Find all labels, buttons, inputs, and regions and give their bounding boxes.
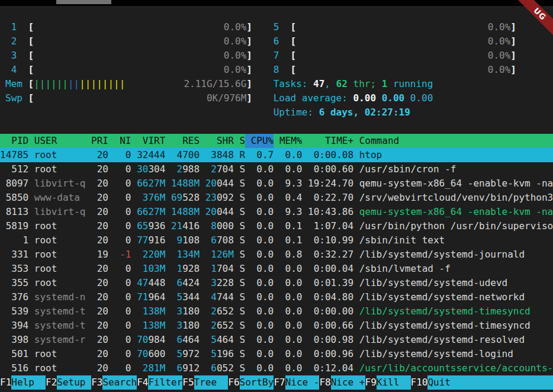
- cpu4-label: 4: [5, 63, 28, 77]
- cell-pri: 20: [91, 347, 108, 361]
- cell-state: S: [239, 319, 245, 333]
- cell-ni: 0: [114, 205, 131, 219]
- f2-key[interactable]: F2: [46, 375, 57, 390]
- cell-cpu-percent: 0.0: [251, 205, 274, 219]
- cell-pid: 1: [0, 233, 28, 248]
- process-row[interactable]: 501 root 20 0 70600 5972 5196 S 0.0 0.0 …: [0, 347, 553, 361]
- col-header-virt[interactable]: VIRT: [137, 134, 165, 148]
- process-row[interactable]: 8113 libvirt-q 20 0 6627M 1488M 20044 S …: [0, 205, 553, 219]
- f9-key[interactable]: F9: [365, 375, 377, 390]
- f3-key[interactable]: F3: [91, 375, 102, 390]
- process-row[interactable]: 5850 www-data 20 0 376M 69528 23092 S 0.…: [0, 191, 553, 205]
- col-header-pri[interactable]: PRI: [91, 134, 108, 148]
- f10-quit-button[interactable]: Quit: [427, 375, 553, 390]
- mem-meter: Mem[||||||||||||||||2.11G/15.6G]: [5, 77, 252, 91]
- cell-cpu-percent: 0.0: [251, 333, 274, 347]
- f6-sortby-button[interactable]: SortBy: [240, 375, 274, 390]
- cell-mem-percent: 0.1: [279, 233, 303, 248]
- cell-time: 0:12.04: [308, 361, 353, 375]
- cell-cpu-percent: 0.0: [251, 361, 274, 375]
- cell-shr: 126M: [205, 248, 234, 262]
- cell-command: /lib/systemd/systemd-timesyncd: [359, 304, 553, 319]
- col-header-shr[interactable]: SHR: [205, 134, 234, 148]
- cell-pri: 20: [91, 233, 108, 248]
- cell-mem-percent: 9.3: [279, 176, 303, 191]
- process-row[interactable]: 8097 libvirt-q 20 0 6627M 1488M 20044 S …: [0, 176, 553, 191]
- process-row[interactable]: 331 root 19 -1 220M 134M 126M S 0.0 0.8 …: [0, 248, 553, 262]
- f10-key[interactable]: F10: [411, 375, 428, 390]
- process-row[interactable]: 353 root 20 0 103M 1928 1704 S 0.0 0.0 0…: [0, 262, 553, 276]
- f5-tree-button[interactable]: Tree: [194, 375, 229, 390]
- f9-kill-button[interactable]: Kill: [377, 375, 411, 390]
- cell-cpu-percent: 0.0: [251, 290, 274, 304]
- col-header-time[interactable]: TIME+: [308, 134, 353, 148]
- cell-time: 0:00.96: [308, 347, 353, 361]
- col-header-command[interactable]: Command: [359, 134, 553, 148]
- swp-value: 0K/976M: [207, 91, 246, 105]
- cell-pid: 353: [0, 262, 28, 276]
- process-row[interactable]: 14785 root 20 0 32444 4700 3848 R 0.7 0.…: [0, 148, 553, 162]
- col-header-s[interactable]: S: [239, 134, 245, 148]
- f7-key[interactable]: F7: [274, 375, 285, 390]
- f4-key[interactable]: F4: [137, 375, 148, 390]
- f2-setup-button[interactable]: Setup: [57, 375, 91, 390]
- cell-shr: 4744: [205, 290, 234, 304]
- col-header-user[interactable]: USER: [34, 134, 86, 148]
- cpu-meter-5: 5[0.0%]: [268, 20, 516, 34]
- col-header-mem[interactable]: MEM%: [279, 134, 303, 148]
- f5-key[interactable]: F5: [182, 375, 194, 390]
- process-row[interactable]: 5819 root 20 0 65936 21416 8000 S 0.0 0.…: [0, 219, 553, 233]
- process-row[interactable]: 376 systemd-n 20 0 71964 5344 4744 S 0.0…: [0, 290, 553, 304]
- cell-cpu-percent: 0.0: [251, 262, 274, 276]
- f1-key[interactable]: F1: [0, 375, 11, 390]
- cell-user: root: [34, 233, 86, 248]
- cell-user: libvirt-q: [34, 176, 86, 191]
- cell-time: 0:00.00: [308, 304, 353, 319]
- col-header-cpu-sorted[interactable]: CPU%: [245, 134, 274, 148]
- htop-terminal: UG 1[0.0%] 2[0.0%] 3[0.0%] 4[0.0%] Mem[|…: [0, 0, 553, 392]
- process-row[interactable]: 512 root 20 0 30304 2988 2704 S 0.0 0.0 …: [0, 162, 553, 176]
- cell-res: 5972: [171, 347, 200, 361]
- col-header-ni[interactable]: NI: [114, 134, 131, 148]
- cell-time: 0:00.08: [308, 148, 353, 162]
- cell-time: 0:00.04: [308, 262, 353, 276]
- f3-search-button[interactable]: Search: [102, 375, 137, 390]
- cell-state: S: [239, 276, 245, 290]
- cpu-meter-4: 4[0.0%]: [5, 63, 252, 77]
- process-row[interactable]: 355 root 20 0 47448 6424 3228 S 0.0 0.0 …: [0, 276, 553, 290]
- process-row[interactable]: 398 systemd-r 20 0 70984 6464 5464 S 0.0…: [0, 333, 553, 347]
- process-row[interactable]: 1 root 20 0 77916 9108 6708 S 0.0 0.1 0:…: [0, 233, 553, 248]
- f8-key[interactable]: F8: [319, 375, 330, 390]
- cell-state: S: [239, 233, 245, 248]
- f6-key[interactable]: F6: [228, 375, 239, 390]
- cell-time: 0:00.60: [308, 162, 353, 176]
- cell-time: 0:04.80: [308, 290, 353, 304]
- process-row[interactable]: 539 systemd-t 20 0 138M 3180 2652 S 0.0 …: [0, 304, 553, 319]
- mem-bar-blue: ||: [68, 78, 79, 89]
- threads-count: 62: [336, 77, 348, 91]
- process-row[interactable]: 394 systemd-t 20 0 138M 3180 2652 S 0.0 …: [0, 319, 553, 333]
- process-row[interactable]: 516 root 20 0 281M 6912 6052 S 0.0 0.0 0…: [0, 361, 553, 375]
- cell-command: /srv/webvirtcloud/venv/bin/python3: [359, 191, 553, 205]
- cell-command: /usr/bin/python /usr/bin/superviso: [359, 219, 553, 233]
- cell-cpu-percent: 0.0: [251, 347, 274, 361]
- cell-shr: 23092: [205, 191, 234, 205]
- cell-user: root: [34, 148, 86, 162]
- f8-nice-plus-button[interactable]: Nice +: [331, 375, 365, 390]
- col-header-pid[interactable]: PID: [0, 134, 28, 148]
- cell-user: root: [34, 262, 86, 276]
- f7-nice-minus-button[interactable]: Nice -: [285, 375, 320, 390]
- col-header-res[interactable]: RES: [171, 134, 200, 148]
- cell-time: 19:24.70: [308, 176, 353, 191]
- cell-res: 6424: [171, 276, 200, 290]
- cell-ni: 0: [114, 148, 131, 162]
- cell-pid: 5850: [0, 191, 28, 205]
- cell-state: R: [239, 148, 245, 162]
- cell-time: 0:32.27: [308, 248, 353, 262]
- cell-pri: 20: [91, 290, 108, 304]
- tasks-line: Tasks: 47, 62 thr; 1 running: [268, 77, 516, 91]
- cell-pri: 20: [91, 319, 108, 333]
- f1-help-button[interactable]: Help: [11, 375, 46, 390]
- f4-filter-button[interactable]: Filter: [148, 375, 182, 390]
- top-strip: [0, 0, 553, 6]
